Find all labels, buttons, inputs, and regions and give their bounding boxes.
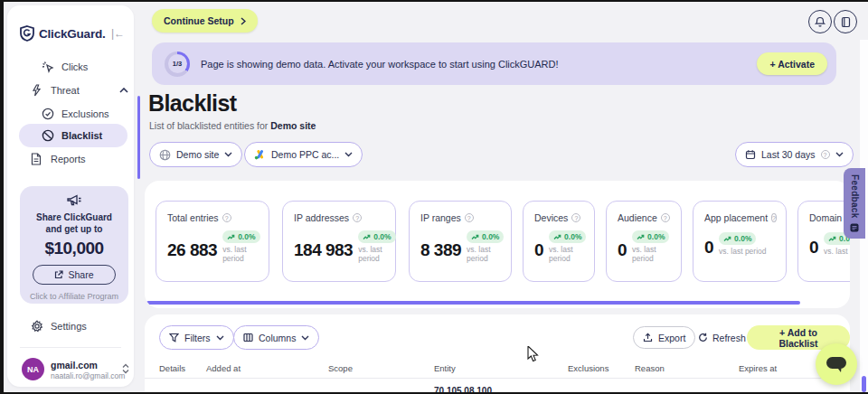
page-scrollbar-thumb[interactable] [862, 376, 866, 392]
stat-delta: 0.0% [647, 232, 665, 241]
table-header-divider [145, 378, 850, 379]
columns-button[interactable]: Columns [233, 325, 319, 350]
sidebar-item-label: Threat [51, 85, 80, 96]
globe-icon [159, 149, 171, 161]
site-selector[interactable]: Demo site [149, 142, 242, 167]
stat-value: 184 983 [294, 240, 353, 260]
stat-caption: vs. last period [222, 245, 259, 263]
columns-label: Columns [259, 333, 296, 343]
stat-caption: vs. last period [632, 245, 672, 263]
stat-value: 8 389 [420, 240, 461, 260]
column-header-scope[interactable]: Scope [328, 363, 353, 373]
column-header-details[interactable]: Details [159, 363, 185, 373]
account-name: gmail.com [51, 360, 98, 371]
check-circle-icon [42, 108, 54, 120]
notifications-button[interactable] [808, 10, 832, 33]
date-range-selector[interactable]: Last 30 days ? [735, 142, 854, 167]
sidebar-item-blacklist[interactable]: Blacklist [42, 126, 102, 145]
block-icon [42, 129, 54, 142]
setup-progress-value: 1/3 [168, 54, 187, 73]
stat-card-devices: Devices? 0 0.0% vs. last period [523, 201, 595, 282]
sidebar-item-settings[interactable]: Settings [31, 316, 87, 336]
help-icon[interactable]: ? [353, 213, 362, 222]
sidebar-item-label: Clicks [61, 61, 88, 72]
page-subtitle-site: Demo site [270, 120, 316, 131]
collapse-sidebar-icon[interactable]: |← [111, 27, 125, 40]
column-header-expires-at[interactable]: Expires at [739, 363, 777, 373]
stat-delta: 0.0% [734, 234, 751, 243]
stat-delta: 0.0% [564, 232, 581, 241]
promo-text: Share ClickGuard and get up to [20, 211, 128, 235]
sidebar-item-label: Blacklist [61, 130, 102, 141]
stat-card-audience: Audience? 0 0.0% vs. last period [606, 201, 682, 282]
window-frame-left [0, 0, 4, 394]
sidebar-item-label: Exclusions [61, 108, 109, 119]
brand-name: ClickGuard. [39, 27, 106, 41]
stat-card-ip-addresses: IP addresses? 184 983 0.0% vs. last peri… [282, 201, 396, 282]
help-icon[interactable]: ? [222, 213, 231, 222]
stat-value: 0 [534, 240, 543, 260]
column-header-exclusions[interactable]: Exclusions [568, 363, 609, 373]
docs-button[interactable] [834, 10, 857, 33]
trend-up-icon [363, 234, 371, 240]
sidebar-item-clicks[interactable]: Clicks [42, 57, 88, 77]
trend-up-icon [723, 236, 731, 242]
brand-logo[interactable]: ClickGuard. |← [20, 23, 125, 43]
sidebar-item-reports[interactable]: Reports [31, 149, 86, 169]
export-label: Export [658, 333, 685, 343]
feedback-tab[interactable]: Feedback [844, 168, 865, 239]
stat-value: 0 [618, 240, 627, 260]
trend-up-icon [637, 234, 645, 240]
affiliate-link[interactable]: Click to Affiliate Program [20, 292, 128, 301]
sidebar-item-label: Reports [51, 154, 86, 164]
filters-button[interactable]: Filters [159, 325, 234, 350]
shield-logo-icon [20, 25, 34, 42]
chat-launcher-button[interactable] [816, 343, 857, 385]
stat-label: IP ranges [420, 212, 461, 223]
page-subtitle: List of blacklisted entities for Demo si… [149, 120, 316, 131]
megaphone-icon [66, 193, 82, 207]
share-button[interactable]: Share [33, 265, 116, 285]
column-header-entity[interactable]: Entity [434, 363, 456, 373]
sidebar-scrollbar[interactable] [137, 96, 140, 179]
stat-delta: 0.0% [238, 232, 255, 241]
funnel-icon [169, 333, 179, 342]
column-header-reason[interactable]: Reason [635, 363, 665, 373]
affiliate-promo-card[interactable]: Share ClickGuard and get up to $10,000 S… [20, 186, 128, 304]
stat-caption: vs. last period [358, 245, 395, 263]
sidebar-item-exclusions[interactable]: Exclusions [42, 104, 109, 124]
stat-caption: vs. last period [467, 245, 504, 263]
help-icon[interactable]: ? [771, 213, 777, 222]
chevron-up-icon[interactable] [119, 88, 128, 93]
help-icon[interactable]: ? [661, 213, 670, 222]
chevron-down-icon [835, 152, 844, 157]
promo-amount: $10,000 [20, 239, 128, 258]
export-button[interactable]: Export [633, 326, 695, 349]
avatar[interactable]: NA [22, 358, 44, 380]
avatar-initials: NA [27, 365, 39, 374]
banner-message: Page is showing demo data. Activate your… [201, 59, 559, 70]
activate-button[interactable]: + Activate [757, 52, 827, 75]
continue-setup-button[interactable]: Continue Setup [152, 9, 258, 33]
stat-card-app-placement: App placement? 0 0.0% vs. last period [693, 201, 787, 282]
stat-caption: vs. last period [549, 245, 586, 263]
page-title: Blacklist [148, 90, 236, 117]
export-icon [643, 333, 653, 342]
help-icon[interactable]: ? [571, 213, 580, 222]
setup-progress-ring: 1/3 [165, 52, 190, 77]
sidebar-item-threat[interactable]: Threat [31, 80, 128, 100]
refresh-label: Refresh [712, 333, 746, 343]
external-link-icon [54, 270, 63, 279]
sidebar: ClickGuard. |← Clicks Threat Exclusions … [7, 5, 134, 387]
speech-bubble-icon [826, 356, 847, 373]
trend-up-icon [553, 234, 561, 240]
ppc-account-selector[interactable]: Demo PPC ac... [244, 142, 363, 167]
refresh-button[interactable]: Refresh [698, 326, 746, 349]
refresh-icon [698, 333, 708, 342]
column-header-added-at[interactable]: Added at [206, 363, 241, 373]
help-icon[interactable]: ? [465, 213, 474, 222]
continue-setup-label: Continue Setup [164, 15, 234, 26]
stat-caption: vs. last period [824, 247, 850, 256]
account-switcher-icon[interactable] [122, 363, 129, 374]
stats-horizontal-scrollbar[interactable] [146, 301, 800, 305]
